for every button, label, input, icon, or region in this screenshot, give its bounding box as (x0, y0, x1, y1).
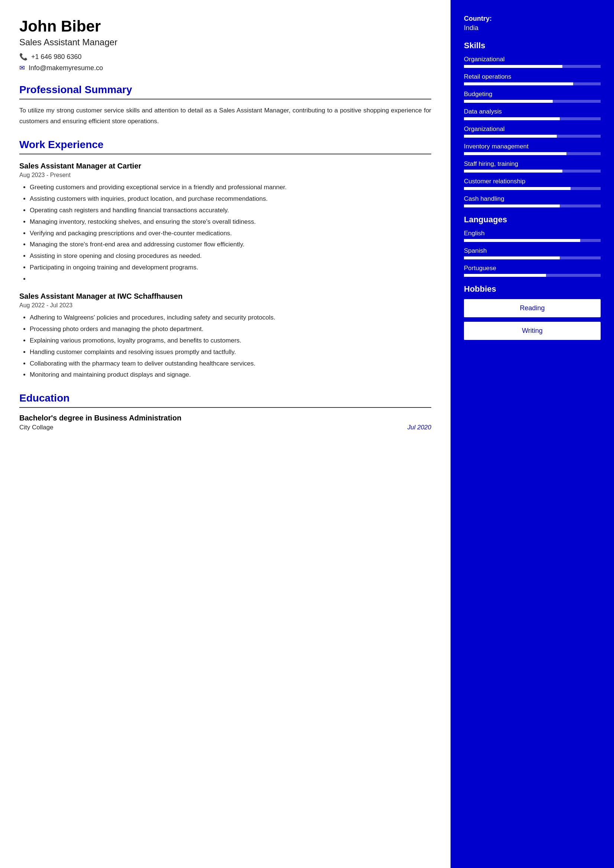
job-title: Sales Assistant Manager (19, 37, 431, 48)
phone-contact: 📞 +1 646 980 6360 (19, 53, 431, 61)
job-2-bullet-1: Adhering to Walgreens' policies and proc… (30, 313, 431, 323)
skills-section: Skills Organizational Retail operations … (464, 41, 601, 208)
job-2-bullet-6: Monitoring and maintaining product displ… (30, 370, 431, 380)
job-1-bullet-7: Assisting in store opening and closing p… (30, 251, 431, 262)
email-icon: ✉ (19, 64, 25, 72)
work-experience-title: Work Experience (19, 139, 431, 151)
job-1-bullet-3: Operating cash registers and handling fi… (30, 205, 431, 216)
language-portuguese: Portuguese (464, 265, 601, 277)
summary-text: To utilize my strong customer service sk… (19, 105, 431, 127)
summary-section: Professional Summary To utilize my stron… (19, 84, 431, 127)
skill-budgeting: Budgeting (464, 91, 601, 103)
education-title: Education (19, 392, 431, 404)
job-2-dates: Aug 2022 - Jul 2023 (19, 302, 431, 309)
job-1-dates: Aug 2023 - Present (19, 172, 431, 178)
hobbies-section: Hobbies Reading Writing (464, 284, 601, 340)
skill-customer-relationship: Customer relationship (464, 178, 601, 190)
main-content: John Biber Sales Assistant Manager 📞 +1 … (0, 0, 451, 868)
job-2-title: Sales Assistant Manager at IWC Schaffhau… (19, 292, 431, 301)
languages-title: Languages (464, 215, 601, 225)
job-1-bullet-8: Participating in ongoing training and de… (30, 262, 431, 273)
languages-section: Languages English Spanish Portuguese (464, 215, 601, 277)
language-english: English (464, 230, 601, 242)
skills-title: Skills (464, 41, 601, 50)
job-2-bullet-5: Collaborating with the pharmacy team to … (30, 358, 431, 369)
job-2-bullets: Adhering to Walgreens' policies and proc… (19, 313, 431, 380)
hobbies-title: Hobbies (464, 284, 601, 294)
job-1-bullet-2: Assisting customers with inquiries, prod… (30, 194, 431, 205)
hobby-writing: Writing (464, 322, 601, 340)
skill-cash-handling: Cash handling (464, 195, 601, 208)
skill-retail-operations: Retail operations (464, 73, 601, 85)
country-value: India (464, 24, 601, 32)
skill-organizational-1: Organizational (464, 56, 601, 68)
job-1: Sales Assistant Manager at Cartier Aug 2… (19, 162, 431, 285)
skill-organizational-2: Organizational (464, 126, 601, 138)
skill-data-analysis: Data analysis (464, 108, 601, 120)
country-label: Country: (464, 15, 601, 23)
education-divider (19, 407, 431, 408)
edu-row: City Collage Jul 2020 (19, 424, 431, 431)
edu-degree: Bachelor's degree in Business Administra… (19, 414, 431, 422)
phone-icon: 📞 (19, 53, 28, 61)
edu-school: City Collage (19, 424, 53, 431)
email-contact: ✉ Info@makemyresume.co (19, 64, 431, 72)
job-2-bullet-2: Processing photo orders and managing the… (30, 324, 431, 335)
work-experience-section: Work Experience Sales Assistant Manager … (19, 139, 431, 380)
skill-staff-hiring-training: Staff hiring, training (464, 160, 601, 172)
country-section: Country: India (464, 15, 601, 32)
email-address: Info@makemyresume.co (29, 64, 103, 72)
candidate-name: John Biber (19, 18, 431, 35)
job-1-bullet-5: Verifying and packaging prescriptions an… (30, 228, 431, 239)
summary-title: Professional Summary (19, 84, 431, 96)
education-section: Education Bachelor's degree in Business … (19, 392, 431, 431)
job-2-bullet-4: Handling customer complaints and resolvi… (30, 347, 431, 358)
header-section: John Biber Sales Assistant Manager 📞 +1 … (19, 18, 431, 72)
edu-date: Jul 2020 (407, 424, 431, 431)
job-1-bullet-4: Managing inventory, restocking shelves, … (30, 217, 431, 228)
hobby-reading: Reading (464, 299, 601, 317)
skill-inventory-management: Inventory management (464, 143, 601, 155)
summary-divider (19, 99, 431, 99)
phone-number: +1 646 980 6360 (31, 53, 82, 61)
language-spanish: Spanish (464, 247, 601, 259)
job-1-title: Sales Assistant Manager at Cartier (19, 162, 431, 170)
job-2: Sales Assistant Manager at IWC Schaffhau… (19, 292, 431, 380)
sidebar: Country: India Skills Organizational Ret… (451, 0, 614, 868)
job-1-bullet-6: Managing the store's front-end area and … (30, 239, 431, 250)
job-1-bullet-9 (30, 274, 431, 285)
work-experience-divider (19, 153, 431, 154)
job-2-bullet-3: Explaining various promotions, loyalty p… (30, 335, 431, 346)
job-1-bullets: Greeting customers and providing excepti… (19, 182, 431, 285)
job-1-bullet-1: Greeting customers and providing excepti… (30, 182, 431, 193)
